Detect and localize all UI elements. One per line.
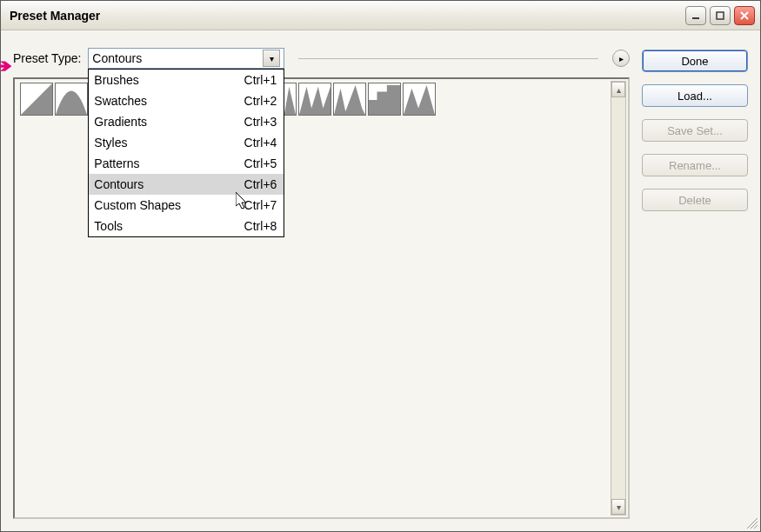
resize-grip-icon[interactable] (745, 516, 758, 529)
maximize-button[interactable] (710, 6, 731, 25)
dropdown-item-shortcut: Ctrl+5 (244, 155, 277, 172)
combo-dropdown-button[interactable]: ▾ (263, 50, 280, 67)
dropdown-item-shortcut: Ctrl+2 (244, 92, 277, 110)
dropdown-item-shortcut: Ctrl+7 (244, 196, 277, 214)
dropdown-item-swatches[interactable]: SwatchesCtrl+2 (89, 90, 284, 111)
dropdown-item-label: Custom Shapes (94, 196, 244, 214)
preset-manager-window: ➔ Preset Manager Preset Type: Contours (0, 0, 761, 532)
dropdown-item-contours[interactable]: ContoursCtrl+6 (89, 174, 284, 195)
save-set-button: Save Set... (642, 119, 748, 142)
svg-rect-1 (717, 12, 724, 19)
content-area: Preset Type: Contours ▾ BrushesCtrl+1Swa… (1, 30, 760, 531)
maximize-icon (716, 11, 724, 20)
contour-thumb-ring-double[interactable] (298, 83, 331, 116)
dropdown-item-custom-shapes[interactable]: Custom ShapesCtrl+7 (89, 195, 284, 216)
svg-line-6 (751, 522, 758, 529)
vertical-scrollbar[interactable]: ▴ ▾ (611, 81, 626, 515)
preset-type-row: Preset Type: Contours ▾ BrushesCtrl+1Swa… (13, 48, 630, 69)
dropdown-item-label: Gradients (94, 113, 244, 130)
chevron-down-icon: ▾ (270, 54, 274, 63)
dropdown-item-shortcut: Ctrl+6 (244, 176, 277, 193)
scroll-down-button[interactable]: ▾ (611, 499, 625, 515)
preset-type-combo[interactable]: Contours ▾ BrushesCtrl+1SwatchesCtrl+2Gr… (88, 48, 284, 69)
svg-line-7 (754, 525, 758, 529)
preset-type-label: Preset Type: (13, 51, 81, 65)
combo-display[interactable]: Contours ▾ (88, 48, 284, 69)
contour-thumb-cone[interactable] (55, 83, 88, 116)
dropdown-item-shortcut: Ctrl+4 (244, 134, 277, 151)
close-button[interactable] (734, 6, 755, 25)
combo-selected-text: Contours (92, 51, 142, 65)
rename-button: Rename... (642, 154, 748, 176)
contour-thumb-rounded-steps[interactable] (368, 83, 401, 116)
dropdown-item-label: Tools (94, 217, 244, 235)
scroll-up-button[interactable]: ▴ (611, 82, 625, 97)
window-title: Preset Manager (10, 9, 685, 23)
dropdown-item-shortcut: Ctrl+8 (244, 217, 277, 235)
dropdown-item-label: Patterns (94, 155, 244, 172)
dropdown-item-tools[interactable]: ToolsCtrl+8 (89, 216, 284, 236)
titlebar: Preset Manager (1, 1, 760, 30)
window-controls (685, 6, 755, 25)
dropdown-item-styles[interactable]: StylesCtrl+4 (89, 132, 284, 153)
close-icon (740, 11, 749, 20)
dropdown-item-shortcut: Ctrl+1 (244, 71, 277, 89)
minimize-button[interactable] (685, 6, 706, 25)
dropdown-item-brushes[interactable]: BrushesCtrl+1 (89, 70, 284, 90)
dropdown-item-label: Swatches (94, 92, 244, 110)
contour-thumb-linear[interactable] (20, 83, 53, 116)
minimize-icon (691, 11, 700, 20)
dropdown-item-patterns[interactable]: PatternsCtrl+5 (89, 153, 284, 174)
dropdown-item-label: Styles (94, 134, 244, 151)
dropdown-item-label: Contours (94, 176, 244, 193)
dropdown-item-gradients[interactable]: GradientsCtrl+3 (89, 111, 284, 132)
right-button-column: Done Load... Save Set... Rename... Delet… (642, 48, 748, 519)
left-column: Preset Type: Contours ▾ BrushesCtrl+1Swa… (13, 48, 630, 519)
done-button[interactable]: Done (642, 50, 748, 72)
delete-button: Delete (642, 189, 748, 211)
triangle-right-icon: ▸ (619, 54, 624, 63)
dropdown-item-shortcut: Ctrl+3 (244, 113, 277, 130)
contour-thumb-rolling-slope-descending[interactable] (333, 83, 366, 116)
flyout-menu-button[interactable]: ▸ (612, 50, 630, 67)
load-button[interactable]: Load... (642, 84, 748, 107)
preset-type-dropdown-list[interactable]: BrushesCtrl+1SwatchesCtrl+2GradientsCtrl… (88, 69, 284, 237)
dropdown-item-label: Brushes (94, 71, 244, 89)
separator-line (298, 58, 598, 59)
contour-thumb-sawtooth1[interactable] (403, 83, 436, 116)
